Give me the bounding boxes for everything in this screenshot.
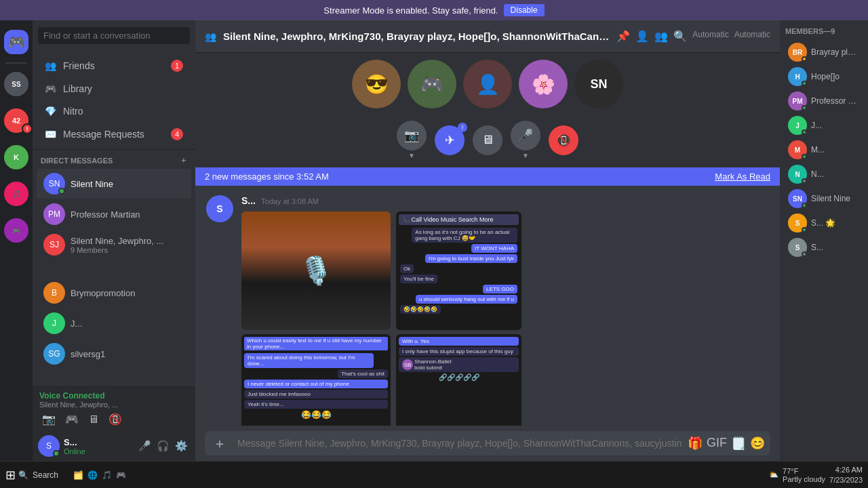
voice-call-controls: 📷 ▼ ✈ ! 🖥 🎤 ▼ 📵 [397, 115, 578, 167]
dm-item-silent-nine[interactable]: SN Silent Nine [37, 169, 191, 199]
settings-button[interactable]: ⚙️ [173, 438, 190, 454]
mic-button[interactable]: 🎤 [136, 438, 153, 454]
taskbar-icon-discord[interactable]: 🎮 [116, 470, 126, 480]
search-input[interactable] [38, 27, 190, 44]
message-input[interactable] [232, 431, 688, 455]
member-hope[interactable]: H Hope[]o [785, 65, 863, 88]
server-ss[interactable]: SS [0, 68, 33, 100]
voice-camera-btn[interactable]: 📷 [39, 411, 58, 427]
member-s-star[interactable]: S S... 🌟 [785, 211, 863, 235]
server-extra2[interactable]: 🎮 [0, 214, 33, 247]
sidebar-item-friends[interactable]: 👥 Friends 1 [37, 54, 191, 77]
member-brayray[interactable]: BR Brayray playz [785, 41, 863, 64]
chat-input-inner: ＋ 🎁 GIF 🗒️ 😊 [205, 431, 770, 455]
screenshare-button[interactable]: 🖥 [473, 125, 502, 155]
weather-temp: 77°F [783, 467, 825, 475]
chat-header-icons: 📌 👤 👥 🔍 Automatic Automatic [616, 30, 770, 43]
taskbar-right: ⛅ 77°F Partly cloudy 4:26 AM 7/23/2023 [769, 465, 863, 485]
pin-icon[interactable]: 📌 [616, 30, 630, 43]
voice-connected-label: Voice Connected [39, 391, 189, 401]
region-auto: Automatic [734, 30, 770, 43]
weather-desc: Partly cloudy [783, 475, 825, 483]
voice-disconnect-btn[interactable]: 📵 [106, 411, 125, 427]
discord-home-icon[interactable]: 🎮 [0, 26, 33, 58]
disable-button[interactable]: Disable [504, 4, 545, 16]
member-avatar-m: M [788, 140, 807, 159]
friends-label: Friends [63, 60, 95, 71]
mark-as-read-button[interactable]: Mark As Read [715, 171, 770, 182]
user-panel-buttons: 🎤 🎧 ⚙️ [136, 438, 190, 454]
search-icon[interactable]: 🔍 [673, 30, 687, 43]
dm-item-brymo[interactable]: B Brymopromotion [37, 278, 191, 308]
end-call-button[interactable]: 📵 [549, 125, 578, 155]
search-taskbar-icon[interactable]: 🔍 [18, 470, 28, 480]
member-j[interactable]: J J... [785, 114, 863, 137]
dm-name-silversg1: silversg1 [71, 349, 105, 359]
camera-button[interactable]: 📷 [397, 121, 427, 150]
library-icon: 🎮 [45, 83, 56, 94]
member-n[interactable]: N N... [785, 163, 863, 186]
unread-banner: 2 new messages since 3:52 AM Mark As Rea… [195, 167, 780, 186]
streamer-bar-text: Streamer Mode is enabled. Stay safe, fri… [323, 5, 498, 16]
start-button[interactable]: ⊞ [5, 468, 16, 483]
sidebar-item-library[interactable]: 🎮 Library [37, 78, 191, 100]
user-status: Online [64, 447, 132, 455]
sticker-icon[interactable]: 🗒️ [731, 436, 746, 451]
chat-header: 👥 Silent Nine, Jewphro, MrKing730, Brayr… [195, 20, 780, 53]
gif-icon[interactable]: GIF [707, 436, 727, 451]
voice-activity-btn[interactable]: 🎮 [62, 411, 81, 427]
member-professor-martian[interactable]: PM Professor Martian [785, 89, 863, 113]
member-name-hope: Hope[]o [811, 72, 840, 81]
friends-icon: 👥 [45, 60, 56, 71]
member-avatar-n: N [788, 165, 807, 184]
message-requests-label: Message Requests [63, 129, 144, 140]
member-status-dot-j [802, 129, 807, 135]
member-m[interactable]: M M... [785, 138, 863, 161]
taskbar-clock: 4:26 AM 7/23/2023 [829, 465, 863, 485]
voice-call-area: 😎 🎮 👤 🌸 SN 📷 ▼ [195, 53, 780, 167]
server-kick[interactable]: K [0, 141, 33, 174]
gift-icon[interactable]: 🎁 [688, 436, 703, 451]
dm-item-professor-martian[interactable]: PM Professor Martian [37, 199, 191, 229]
voice-screenshare-btn[interactable]: 🖥 [85, 411, 102, 427]
taskbar-icon-1[interactable]: 🗂️ [73, 470, 83, 480]
member-status-dot-sn [802, 203, 807, 208]
attachment-icon[interactable]: ＋ [210, 434, 232, 453]
server-extra1[interactable]: 🎵 [0, 178, 33, 210]
weather-info: 77°F Partly cloudy [783, 467, 825, 483]
avatar-silent-nine: SN [43, 173, 65, 195]
activity-button[interactable]: ✈ ! [435, 125, 465, 155]
member-status-dot-brayray [802, 56, 807, 62]
activity-notif: ! [458, 123, 467, 132]
taskbar-icon-2[interactable]: 🌐 [87, 470, 98, 480]
mic-arrow: ▼ [522, 152, 529, 159]
member-avatar-hope: H [788, 67, 807, 86]
chat-area: 👥 Silent Nine, Jewphro, MrKing730, Brayr… [195, 20, 780, 461]
dm-item-silversg1[interactable]: SG silversg1 [37, 339, 191, 369]
emoji-icon[interactable]: 😊 [750, 436, 765, 451]
server-notif: ! [22, 123, 33, 134]
taskbar-pinned: 🗂️ 🌐 🎵 🎮 [73, 470, 126, 480]
nitro-icon: 💎 [45, 106, 56, 117]
taskbar: ⊞ 🔍 Search 🗂️ 🌐 🎵 🎮 ⛅ 77°F Partly cloudy… [0, 461, 868, 488]
dm-name-silent-nine: Silent Nine [71, 179, 113, 189]
headphone-button[interactable]: 🎧 [155, 438, 172, 454]
add-friend-icon[interactable]: 👤 [635, 30, 649, 43]
add-dm-icon[interactable]: ＋ [180, 155, 187, 165]
discord-sidebar: 🎮 SS 42 ! K 🎵 🎮 [0, 20, 33, 461]
members-icon[interactable]: 👥 [654, 30, 668, 43]
member-silent-nine[interactable]: SN Silent Nine [785, 187, 863, 210]
dm-item-j[interactable]: J J... [37, 308, 191, 338]
mic-call-button[interactable]: 🎤 [511, 121, 540, 150]
message-requests-icon: ✉️ [45, 129, 56, 140]
dm-item-group[interactable]: SJ Silent Nine, Jewphro, ... 9 Members [37, 230, 191, 260]
extra-dm-list: B Brymopromotion J J... SG silversg1 [33, 277, 195, 386]
member-s[interactable]: S S... [785, 236, 863, 259]
taskbar-icon-3[interactable]: 🎵 [102, 470, 112, 480]
sidebar-item-nitro[interactable]: 💎 Nitro [37, 100, 191, 122]
member-status-dot-s-star [802, 227, 807, 232]
message-requests-badge: 4 [171, 128, 183, 140]
server-42[interactable]: 42 ! [0, 104, 33, 137]
member-status-dot-s [802, 251, 807, 257]
sidebar-item-message-requests[interactable]: ✉️ Message Requests 4 [37, 123, 191, 146]
